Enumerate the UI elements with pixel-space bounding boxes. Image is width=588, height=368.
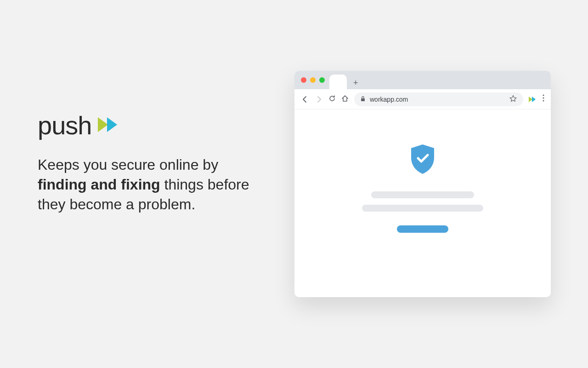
maximize-window-icon[interactable] xyxy=(319,77,325,83)
page-content xyxy=(294,109,551,233)
tagline-text: Keeps you secure online by finding and f… xyxy=(38,155,267,215)
placeholder-line xyxy=(371,191,474,198)
svg-point-5 xyxy=(543,95,544,96)
push-extension-icon[interactable] xyxy=(529,96,537,103)
svg-marker-3 xyxy=(529,97,532,102)
svg-marker-4 xyxy=(532,97,536,102)
forward-button[interactable] xyxy=(315,96,323,103)
minimize-window-icon[interactable] xyxy=(310,77,316,83)
browser-window-mockup: + workapp.com xyxy=(294,71,551,297)
cta-button-placeholder[interactable] xyxy=(397,225,448,233)
svg-point-7 xyxy=(543,100,544,102)
secure-lock-icon xyxy=(361,96,365,103)
bookmark-star-icon[interactable] xyxy=(509,95,517,104)
close-window-icon[interactable] xyxy=(301,77,306,83)
push-logo-icon xyxy=(98,115,123,136)
window-controls xyxy=(301,77,325,83)
svg-point-6 xyxy=(543,98,544,99)
kebab-menu-icon[interactable] xyxy=(543,94,544,104)
back-button[interactable] xyxy=(301,96,309,103)
browser-tab-strip: + xyxy=(294,71,551,89)
svg-marker-1 xyxy=(107,117,117,132)
shield-check-icon xyxy=(408,144,437,177)
home-button[interactable] xyxy=(341,95,349,104)
browser-toolbar: workapp.com xyxy=(294,89,551,109)
reload-button[interactable] xyxy=(328,95,336,104)
address-bar[interactable]: workapp.com xyxy=(354,92,523,106)
brand-logo: push xyxy=(38,110,267,140)
new-tab-button[interactable]: + xyxy=(353,78,358,88)
url-text: workapp.com xyxy=(370,96,505,103)
active-tab[interactable] xyxy=(329,75,347,89)
brand-name: push xyxy=(38,110,91,140)
marketing-copy: push Keeps you secure online by finding … xyxy=(38,110,267,215)
svg-rect-2 xyxy=(361,98,365,101)
svg-marker-0 xyxy=(98,117,108,132)
placeholder-line xyxy=(362,205,483,212)
